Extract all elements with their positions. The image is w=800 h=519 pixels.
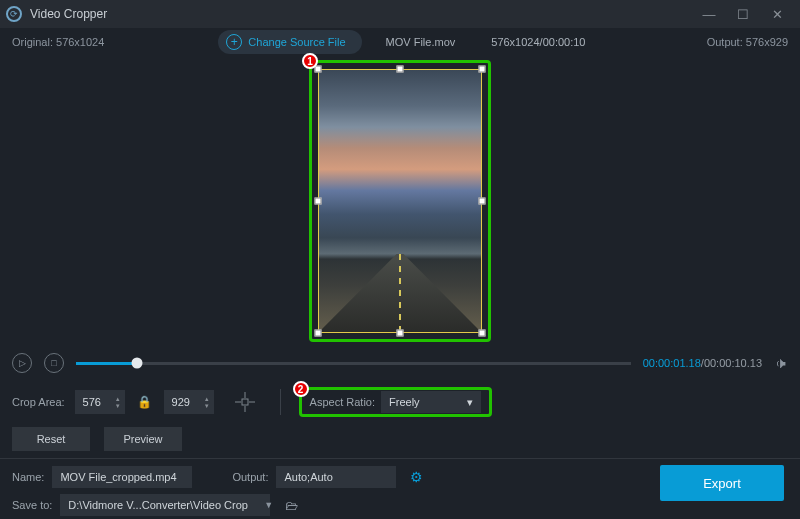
- crop-handle-w[interactable]: [315, 198, 322, 205]
- aspect-ratio-select[interactable]: Freely ▾: [381, 391, 481, 413]
- crop-height-value: 929: [172, 396, 190, 408]
- divider: [0, 458, 800, 459]
- close-button[interactable]: ✕: [760, 7, 794, 22]
- width-up[interactable]: ▲: [115, 396, 121, 402]
- output-label: Output:: [232, 471, 268, 483]
- folder-icon[interactable]: 🗁: [285, 498, 298, 513]
- playback-bar: ▷ □ 00:00:01.18/00:00:10.13 🕩: [0, 346, 800, 380]
- play-button[interactable]: ▷: [12, 353, 32, 373]
- aspect-ratio-value: Freely: [389, 396, 420, 408]
- titlebar: ⟳ Video Cropper — ☐ ✕: [0, 0, 800, 28]
- change-source-label: Change Source File: [248, 36, 345, 48]
- chevron-down-icon: ▾: [467, 396, 473, 409]
- maximize-button[interactable]: ☐: [726, 7, 760, 22]
- total-time: /00:00:10.13: [701, 357, 762, 369]
- reset-button[interactable]: Reset: [12, 427, 90, 451]
- preview-button[interactable]: Preview: [104, 427, 182, 451]
- timeline-thumb[interactable]: [132, 358, 143, 369]
- crop-handle-ne[interactable]: [479, 66, 486, 73]
- width-down[interactable]: ▼: [115, 403, 121, 409]
- original-size-label: Original: 576x1024: [12, 36, 104, 48]
- output-value: Auto;Auto: [284, 471, 332, 483]
- name-value: MOV File_cropped.mp4: [60, 471, 176, 483]
- file-meta: 576x1024/00:00:10: [491, 36, 585, 48]
- output-size-label: Output: 576x929: [707, 36, 788, 48]
- file-name: MOV File.mov: [386, 36, 456, 48]
- current-time: 00:00:01.18: [643, 357, 701, 369]
- timeline-slider[interactable]: [76, 362, 631, 365]
- height-up[interactable]: ▲: [204, 396, 210, 402]
- lock-aspect-icon[interactable]: 🔒: [137, 395, 152, 409]
- saveto-value: D:\Vidmore V...Converter\Video Crop: [68, 499, 248, 511]
- change-source-button[interactable]: + Change Source File: [218, 30, 361, 54]
- timecodes: 00:00:01.18/00:00:10.13: [643, 357, 762, 369]
- center-crop-icon[interactable]: [234, 391, 256, 413]
- stop-button[interactable]: □: [44, 353, 64, 373]
- name-field[interactable]: MOV File_cropped.mp4: [52, 466, 192, 488]
- crop-highlight-box: 1: [309, 60, 491, 342]
- saveto-label: Save to:: [12, 499, 52, 511]
- preview-area: 1: [0, 56, 800, 346]
- aspect-ratio-highlight: 2 Aspect Ratio: Freely ▾: [299, 387, 492, 417]
- divider: [280, 389, 281, 415]
- name-label: Name:: [12, 471, 44, 483]
- app-logo-icon: ⟳: [6, 6, 22, 22]
- saveto-field[interactable]: D:\Vidmore V...Converter\Video Crop: [60, 494, 270, 516]
- aspect-ratio-label: Aspect Ratio:: [310, 396, 375, 408]
- height-down[interactable]: ▼: [204, 403, 210, 409]
- action-buttons-row: Reset Preview: [0, 424, 800, 454]
- crop-handle-s[interactable]: [397, 330, 404, 337]
- dropdown-icon[interactable]: ▼: [264, 500, 273, 510]
- output-field[interactable]: Auto;Auto: [276, 466, 396, 488]
- crop-handle-n[interactable]: [397, 66, 404, 73]
- minimize-button[interactable]: —: [692, 7, 726, 22]
- gear-icon[interactable]: ⚙: [410, 469, 423, 485]
- crop-width-value: 576: [83, 396, 101, 408]
- crop-frame[interactable]: [318, 69, 482, 333]
- plus-icon: +: [226, 34, 242, 50]
- crop-height-input[interactable]: 929 ▲▼: [164, 390, 214, 414]
- crop-handle-se[interactable]: [479, 330, 486, 337]
- app-title: Video Cropper: [30, 7, 107, 21]
- svg-rect-4: [242, 399, 248, 405]
- volume-icon[interactable]: 🕩: [774, 355, 788, 371]
- crop-area-label: Crop Area:: [12, 396, 65, 408]
- export-button[interactable]: Export: [660, 465, 784, 501]
- crop-width-input[interactable]: 576 ▲▼: [75, 390, 125, 414]
- infobar: Original: 576x1024 + Change Source File …: [0, 28, 800, 56]
- crop-handle-e[interactable]: [479, 198, 486, 205]
- crop-handle-sw[interactable]: [315, 330, 322, 337]
- crop-controls: Crop Area: 576 ▲▼ 🔒 929 ▲▼ 2 Aspect Rati…: [0, 380, 800, 424]
- annotation-badge-2: 2: [293, 381, 309, 397]
- annotation-badge-1: 1: [302, 53, 318, 69]
